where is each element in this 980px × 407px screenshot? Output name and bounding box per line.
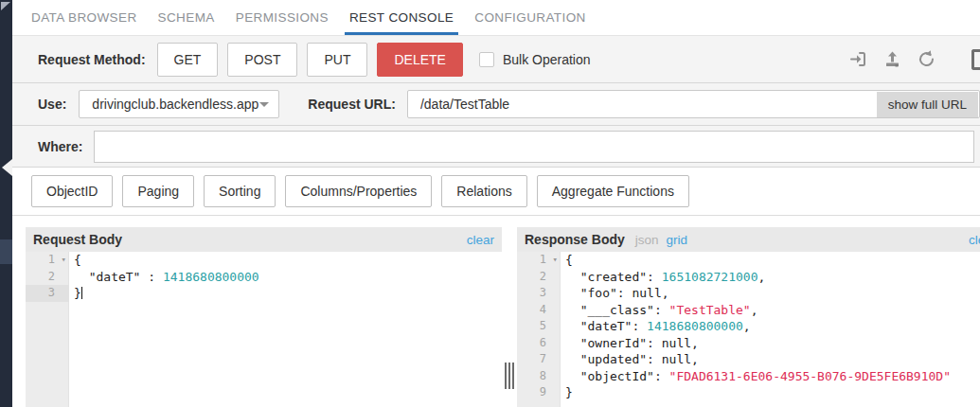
tab-rest-console[interactable]: REST CONSOLE xyxy=(347,0,456,35)
response-mode-grid[interactable]: grid xyxy=(667,233,688,247)
code-text: } xyxy=(561,384,573,401)
login-icon[interactable] xyxy=(848,49,868,69)
response-body-editor[interactable]: 1▾{2 "created": 1651082721000,3 "foo": n… xyxy=(517,252,980,407)
query-button-aggregate-functions[interactable]: Aggregate Functions xyxy=(537,175,689,207)
tab-bar: DATA BROWSERSCHEMAPERMISSIONSREST CONSOL… xyxy=(12,0,980,36)
code-text: { xyxy=(69,252,81,269)
where-row: Where: xyxy=(12,126,980,168)
request-method-label: Request Method: xyxy=(38,52,146,67)
code-text: "dateT" : 1418680800000 xyxy=(69,269,259,286)
bulk-operation-label: Bulk Operation xyxy=(503,52,591,67)
code-line: 5 "dateT": 1418680800000, xyxy=(517,318,980,335)
method-get-button[interactable]: GET xyxy=(157,43,219,77)
code-text: "updated": null, xyxy=(561,351,699,368)
response-clear-link[interactable]: clear xyxy=(969,233,980,247)
sidebar-collapse-arrow-icon[interactable] xyxy=(2,159,12,176)
code-line: 6 "ownerId": null, xyxy=(517,335,980,352)
tab-label: PERMISSIONS xyxy=(236,10,329,25)
app-select[interactable]: drivingclub.backendless.app xyxy=(79,90,279,118)
request-clear-link[interactable]: clear xyxy=(467,233,494,247)
request-url-label: Request URL: xyxy=(308,97,396,112)
code-text: "foo": null, xyxy=(561,285,669,302)
app-select-value: drivingclub.backendless.app xyxy=(92,97,258,112)
text-cursor xyxy=(81,287,82,299)
method-post-button[interactable]: POST xyxy=(227,43,297,77)
method-buttons: GETPOSTPUTDELETE xyxy=(157,43,463,77)
tab-label: DATA BROWSER xyxy=(31,10,137,25)
code-text: } xyxy=(69,285,82,302)
use-url-row: Use: drivingclub.backendless.app Request… xyxy=(12,83,980,126)
code-line: 1▾{ xyxy=(517,252,980,269)
where-input[interactable] xyxy=(94,131,974,163)
line-number: 2 xyxy=(26,269,69,286)
query-button-sorting[interactable]: Sorting xyxy=(204,175,276,207)
code-text: "___class": "TestTable", xyxy=(561,302,758,319)
code-line: 2 "created": 1651082721000, xyxy=(517,269,980,286)
code-text: "created": 1651082721000, xyxy=(561,269,765,286)
fold-arrow-icon[interactable]: ▾ xyxy=(62,252,66,269)
response-body-header: Response Body json grid clear xyxy=(517,227,980,252)
query-button-paging[interactable]: Paging xyxy=(122,175,194,207)
query-button-columns-properties[interactable]: Columns/Properties xyxy=(285,175,432,207)
sidebar-corner-icon xyxy=(1,2,10,10)
code-text: "dateT": 1418680800000, xyxy=(561,318,751,335)
code-text: { xyxy=(561,252,573,269)
panel-resize-handle[interactable] xyxy=(505,363,514,389)
line-number: 7 xyxy=(517,351,561,368)
response-mode-json[interactable]: json xyxy=(635,233,659,247)
line-number: 3 xyxy=(26,285,69,302)
chevron-down-icon xyxy=(259,102,269,107)
code-line: 9} xyxy=(517,384,980,401)
collapsed-sidebar[interactable] xyxy=(0,0,12,407)
request-body-header: Request Body clear xyxy=(26,227,502,252)
show-full-url-button[interactable]: show full URL xyxy=(877,92,978,117)
tab-label: SCHEMA xyxy=(158,10,215,25)
where-label: Where: xyxy=(38,139,82,154)
tab-schema[interactable]: SCHEMA xyxy=(155,0,218,35)
bulk-operation-checkbox[interactable] xyxy=(479,52,494,67)
line-number: 8 xyxy=(517,368,561,385)
line-number: 3 xyxy=(517,285,561,302)
code-line: 3 "foo": null, xyxy=(517,285,980,302)
tab-configuration[interactable]: CONFIGURATION xyxy=(472,0,588,35)
method-delete-button[interactable]: DELETE xyxy=(377,43,462,77)
fold-arrow-icon[interactable]: ▾ xyxy=(553,252,558,269)
clipped-toolbar-icon[interactable] xyxy=(971,49,980,70)
upload-icon[interactable] xyxy=(882,49,902,69)
query-button-relations[interactable]: Relations xyxy=(441,175,526,207)
line-number: 4 xyxy=(517,302,561,319)
line-number: 1▾ xyxy=(26,252,69,269)
rest-console-screen: DATA BROWSERSCHEMAPERMISSIONSREST CONSOL… xyxy=(0,0,980,407)
response-body-panel: Response Body json grid clear 1▾{2 "crea… xyxy=(517,227,980,407)
code-line: 8 "objectId": "FDAD6131-6E06-4955-B076-9… xyxy=(517,368,980,385)
code-line: 7 "updated": null, xyxy=(517,351,980,368)
code-text: "ownerId": null, xyxy=(561,335,699,352)
body-panels: Request Body clear 1▾{2 "dateT" : 141868… xyxy=(12,216,980,407)
response-body-title: Response Body xyxy=(525,232,625,247)
method-put-button[interactable]: PUT xyxy=(307,43,367,77)
use-label: Use: xyxy=(38,97,66,112)
query-button-objectid[interactable]: ObjectID xyxy=(31,175,113,207)
line-number: 1▾ xyxy=(517,252,561,269)
tab-label: CONFIGURATION xyxy=(474,10,585,25)
sidebar-scroll-thumb[interactable] xyxy=(0,239,12,264)
line-number: 9 xyxy=(517,384,561,401)
request-body-panel: Request Body clear 1▾{2 "dateT" : 141868… xyxy=(26,227,502,407)
request-body-title: Request Body xyxy=(33,232,122,247)
request-toolbar xyxy=(848,49,936,69)
request-body-editor[interactable]: 1▾{2 "dateT" : 14186808000003} xyxy=(26,252,502,407)
line-number: 2 xyxy=(517,269,561,286)
code-text: "objectId": "FDAD6131-6E06-4955-B076-9DE… xyxy=(561,368,951,385)
code-line: 3} xyxy=(26,285,502,302)
tab-permissions[interactable]: PERMISSIONS xyxy=(233,0,331,35)
request-method-row: Request Method: GETPOSTPUTDELETE Bulk Op… xyxy=(12,36,980,83)
tab-label: REST CONSOLE xyxy=(349,10,454,25)
line-number: 5 xyxy=(517,318,561,335)
query-buttons-row: ObjectIDPagingSortingColumns/PropertiesR… xyxy=(12,168,980,216)
line-number: 6 xyxy=(517,335,561,352)
tab-data-browser[interactable]: DATA BROWSER xyxy=(28,0,140,35)
code-line: 1▾{ xyxy=(26,252,502,269)
code-line: 2 "dateT" : 1418680800000 xyxy=(26,269,502,286)
undo-icon[interactable] xyxy=(917,49,936,69)
code-line: 4 "___class": "TestTable", xyxy=(517,302,980,319)
